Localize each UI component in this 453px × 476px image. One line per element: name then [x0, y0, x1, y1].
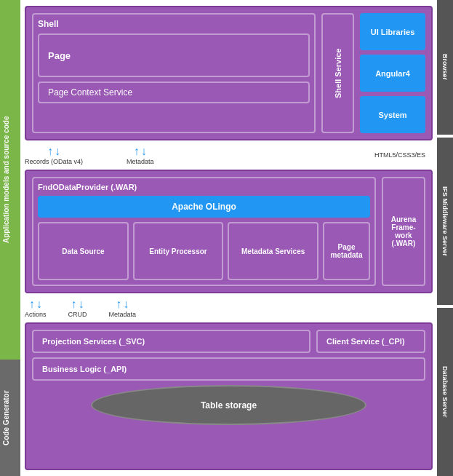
ui-libs-column: UI Libraries Angular4 System [360, 13, 425, 133]
actions-arrow: ↑ ↓ Actions [25, 298, 47, 318]
metadata-label-1: Metadata [127, 158, 154, 165]
middleware-label-bar: IFS Middleware Server [437, 138, 453, 305]
metadata-services-label: Metadata Services [241, 247, 305, 255]
right-server-labels: Browser IFS Middleware Server Database S… [437, 0, 453, 476]
business-logic-box: Business Logic (_API) [32, 357, 425, 381]
ui-libraries-box: UI Libraries [360, 13, 425, 50]
middleware-label: IFS Middleware Server [440, 183, 450, 259]
fnd-label: FndODataProvider (.WAR) [38, 183, 370, 191]
database-label: Database Server [440, 363, 450, 421]
records-label: Records (OData v4) [25, 158, 83, 165]
actions-arrow-up: ↑ [29, 298, 35, 311]
shell-service-box: Shell Service [321, 13, 354, 133]
app-models-label: Application models and source code [0, 0, 20, 360]
crud-arrow-up: ↑ [71, 298, 77, 311]
code-generator-label: Code Generator [0, 360, 20, 476]
client-service-box: Client Service (_CPI) [316, 330, 425, 353]
left-labels: Application models and source code Code … [0, 0, 20, 476]
arrow-down-icon: ↓ [55, 145, 60, 158]
table-storage-ellipse: Table storage [91, 385, 366, 425]
page-metadata-box: Page metadata [323, 222, 370, 280]
page-label: Page [48, 50, 71, 61]
fnd-box: FndODataProvider (.WAR) Apache OLingo Da… [32, 177, 376, 286]
html-label: HTML5/CSS3/ES [374, 151, 425, 159]
metadata-label-2: Metadata [109, 311, 137, 318]
angular4-label: Angular4 [375, 69, 410, 78]
db-top-row: Projection Services (_SVC) Client Servic… [32, 330, 425, 353]
shell-label: Shell [38, 19, 310, 29]
aurena-label: Aurena Frame- work (.WAR) [386, 215, 421, 247]
crud-label: CRUD [68, 311, 87, 318]
middleware-section: FndODataProvider (.WAR) Apache OLingo Da… [25, 170, 433, 293]
metadata-arrow-1: ↑ ↓ Metadata [127, 145, 154, 165]
browser-label: Browser [440, 51, 450, 83]
metadata-arrow-2: ↑ ↓ Metadata [109, 298, 137, 318]
arrow-down-icon-2: ↓ [141, 145, 147, 158]
entity-processor-box: Entity Processor [133, 222, 224, 280]
page-context-label: Page Context Service [48, 87, 132, 98]
browser-section: Shell Page Page Context Service Shell Se… [25, 6, 433, 140]
page-box: Page [38, 33, 310, 77]
aurena-box: Aurena Frame- work (.WAR) [382, 177, 425, 286]
client-service-label: Client Service (_CPI) [326, 337, 405, 346]
database-section: Projection Services (_SVC) Client Servic… [25, 322, 433, 470]
projection-services-box: Projection Services (_SVC) [32, 330, 310, 353]
business-logic-label: Business Logic (_API) [42, 365, 127, 373]
actions-label: Actions [25, 311, 47, 318]
center-content: Shell Page Page Context Service Shell Se… [20, 0, 437, 476]
ui-libraries-label: UI Libraries [371, 28, 415, 36]
arrow-row-2: ↑ ↓ Actions ↑ ↓ CRUD ↑ ↓ Metadata [25, 296, 433, 320]
data-source-label: Data Source [62, 247, 104, 255]
arrow-up-icon-2: ↑ [134, 145, 140, 158]
page-context-box: Page Context Service [38, 82, 310, 103]
crud-arrow: ↑ ↓ CRUD [68, 298, 87, 318]
system-box: System [360, 96, 425, 133]
database-label-bar: Database Server [437, 308, 453, 476]
metadata-arrow-down: ↓ [123, 298, 129, 311]
system-label: System [378, 111, 406, 119]
apache-label: Apache OLingo [172, 202, 236, 212]
data-source-box: Data Source [38, 222, 129, 280]
page-metadata-label: Page metadata [329, 243, 364, 259]
records-arrow: ↑ ↓ Records (OData v4) [25, 145, 83, 165]
actions-arrow-down: ↓ [36, 298, 42, 311]
metadata-services-box: Metadata Services [228, 222, 318, 280]
arrow-up-icon: ↑ [47, 145, 53, 158]
shell-box: Shell Page Page Context Service [32, 13, 316, 133]
angular4-box: Angular4 [360, 55, 425, 92]
fnd-bottom-row: Data Source Entity Processor Metadata Se… [38, 222, 370, 280]
table-storage-label: Table storage [201, 400, 257, 410]
browser-label-bar: Browser [437, 0, 453, 135]
arrow-row-1: ↑ ↓ Records (OData v4) ↑ ↓ Metadata HTML… [25, 143, 433, 167]
entity-processor-label: Entity Processor [149, 247, 207, 255]
crud-arrow-down: ↓ [79, 298, 84, 311]
projection-services-label: Projection Services (_SVC) [42, 337, 145, 346]
metadata-arrow-up: ↑ [116, 298, 121, 311]
apache-box: Apache OLingo [38, 196, 370, 218]
